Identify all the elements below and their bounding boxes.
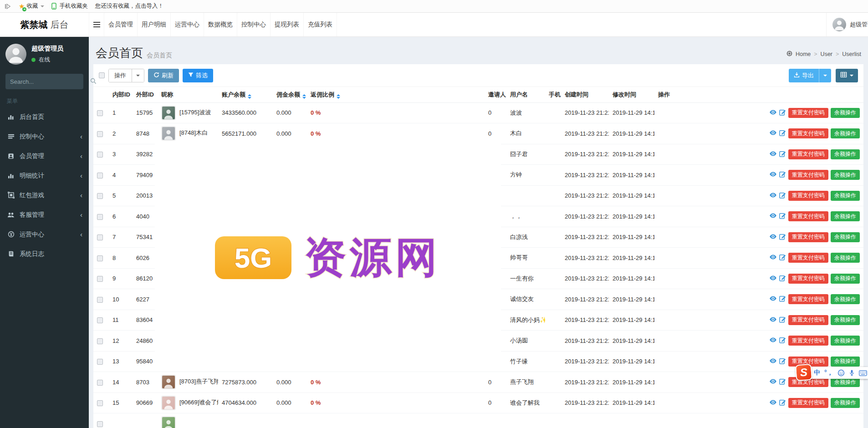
nav-item-3[interactable]: 运营中心 (171, 13, 204, 36)
view-button[interactable] (769, 254, 777, 262)
row-checkbox[interactable] (97, 359, 103, 365)
emoji-icon[interactable] (837, 369, 845, 377)
sort-icon[interactable] (248, 94, 251, 99)
balance-operation-button[interactable]: 余额操作 (831, 274, 860, 284)
balance-operation-button[interactable]: 余额操作 (831, 315, 860, 325)
view-button[interactable] (769, 212, 777, 220)
header-user-chip[interactable]: 超级管理员 (826, 13, 868, 36)
nav-item-7[interactable]: 充值列表 (304, 13, 337, 36)
balance-operation-button[interactable]: 余额操作 (831, 336, 860, 346)
reset-pay-password-button[interactable]: 重置支付密码 (788, 253, 828, 263)
reset-pay-password-button[interactable]: 重置支付密码 (788, 170, 828, 180)
edit-button[interactable] (779, 336, 786, 345)
reset-pay-password-button[interactable]: 重置支付密码 (788, 294, 828, 304)
breadcrumb-user[interactable]: User (821, 51, 832, 57)
edit-button[interactable] (779, 399, 786, 407)
balance-operation-button[interactable]: 余额操作 (831, 211, 860, 221)
row-checkbox[interactable] (97, 276, 103, 282)
reset-pay-password-button[interactable]: 重置支付密码 (788, 398, 828, 408)
row-checkbox[interactable] (97, 297, 103, 303)
view-button[interactable] (769, 109, 777, 117)
edit-button[interactable] (779, 129, 786, 138)
view-button[interactable] (769, 275, 777, 283)
edit-button[interactable] (779, 109, 786, 117)
sidebar-item-2[interactable]: 控制中心‹ (0, 127, 89, 146)
balance-operation-button[interactable]: 余额操作 (831, 128, 860, 138)
favorite-star-icon[interactable]: ★+ (19, 2, 25, 10)
row-checkbox[interactable] (97, 317, 103, 323)
nav-item-1[interactable]: 会员管理 (104, 13, 138, 36)
search-icon[interactable] (90, 78, 97, 86)
balance-operation-button[interactable]: 余额操作 (831, 149, 860, 159)
panel-toggle-icon[interactable] (5, 4, 10, 9)
sidebar-item-1[interactable]: 后台首页 (0, 107, 89, 127)
view-button[interactable] (769, 233, 777, 241)
breadcrumb-home[interactable]: Home (796, 51, 811, 57)
reset-pay-password-button[interactable]: 重置支付密码 (788, 149, 828, 159)
row-checkbox[interactable] (97, 110, 103, 116)
row-checkbox[interactable] (97, 255, 103, 261)
column-header-6[interactable]: 返佣比例 (307, 87, 485, 102)
sidebar-item-3[interactable]: 会员管理‹ (0, 146, 89, 166)
reset-pay-password-button[interactable]: 重置支付密码 (788, 232, 828, 242)
balance-operation-button[interactable]: 余额操作 (831, 170, 860, 180)
balance-operation-button[interactable]: 余额操作 (831, 232, 860, 242)
edit-button[interactable] (779, 254, 786, 262)
edit-button[interactable] (779, 295, 786, 303)
edit-button[interactable] (779, 378, 786, 386)
balance-operation-button[interactable]: 余额操作 (831, 357, 860, 367)
reset-pay-password-button[interactable]: 重置支付密码 (788, 191, 828, 201)
sidebar-item-4[interactable]: 明细统计‹ (0, 166, 89, 185)
nav-item-6[interactable]: 提现列表 (271, 13, 304, 36)
row-checkbox[interactable] (97, 214, 103, 220)
view-button[interactable] (769, 336, 777, 345)
nav-item-2[interactable]: 用户明细 (138, 13, 171, 36)
edit-button[interactable] (779, 192, 786, 200)
keyboard-icon[interactable] (859, 370, 867, 376)
mobile-folder-label[interactable]: 手机收藏夹 (59, 2, 88, 10)
view-button[interactable] (769, 316, 777, 324)
column-header-5[interactable]: 佣金余额 (273, 87, 307, 102)
filter-button[interactable]: 筛选 (183, 69, 213, 82)
row-checkbox[interactable] (97, 193, 103, 199)
row-checkbox[interactable] (97, 173, 103, 178)
ime-lang-toggle[interactable]: 中 (814, 369, 820, 377)
sidebar-item-6[interactable]: 客服管理‹ (0, 205, 89, 224)
app-logo[interactable]: 紫禁城 后台 (0, 13, 89, 36)
edit-button[interactable] (779, 150, 786, 158)
edit-button[interactable] (779, 233, 786, 241)
sidebar-search-input[interactable] (10, 78, 90, 85)
edit-button[interactable] (779, 275, 786, 283)
row-checkbox[interactable] (97, 338, 103, 344)
export-button[interactable]: 导出 (789, 69, 819, 82)
export-dropdown-caret[interactable] (819, 69, 831, 82)
select-all-checkbox[interactable] (99, 72, 105, 78)
view-button[interactable] (769, 378, 777, 386)
reset-pay-password-button[interactable]: 重置支付密码 (788, 211, 828, 221)
row-checkbox[interactable] (97, 131, 103, 137)
row-checkbox[interactable] (97, 234, 103, 240)
sidebar-item-8[interactable]: 系统日志 (0, 244, 89, 264)
sidebar-item-7[interactable]: 运营中心‹ (0, 224, 89, 244)
favorite-label[interactable]: 收藏 (26, 2, 38, 10)
edit-button[interactable] (779, 357, 786, 366)
balance-operation-button[interactable]: 余额操作 (831, 398, 860, 408)
row-checkbox[interactable] (97, 380, 103, 386)
nav-item-5[interactable]: 控制中心 (237, 13, 271, 36)
reset-pay-password-button[interactable]: 重置支付密码 (788, 274, 828, 284)
view-button[interactable] (769, 171, 777, 179)
edit-button[interactable] (779, 212, 786, 220)
reset-pay-password-button[interactable]: 重置支付密码 (788, 336, 828, 346)
bookmark-hint-text[interactable]: 您还没有收藏，点击导入！ (95, 2, 163, 10)
hamburger-menu-icon[interactable] (89, 13, 104, 36)
row-checkbox[interactable] (97, 152, 103, 158)
ime-punctuation-toggle[interactable]: °， (824, 369, 833, 377)
reset-pay-password-button[interactable]: 重置支付密码 (788, 315, 828, 325)
balance-operation-button[interactable]: 余额操作 (831, 253, 860, 263)
reset-pay-password-button[interactable]: 重置支付密码 (788, 128, 828, 138)
edit-button[interactable] (779, 316, 786, 324)
edit-button[interactable] (779, 171, 786, 179)
nav-item-4[interactable]: 数据概览 (204, 13, 237, 36)
action-dropdown-label[interactable]: 操作 (109, 69, 132, 82)
view-button[interactable] (769, 150, 777, 158)
